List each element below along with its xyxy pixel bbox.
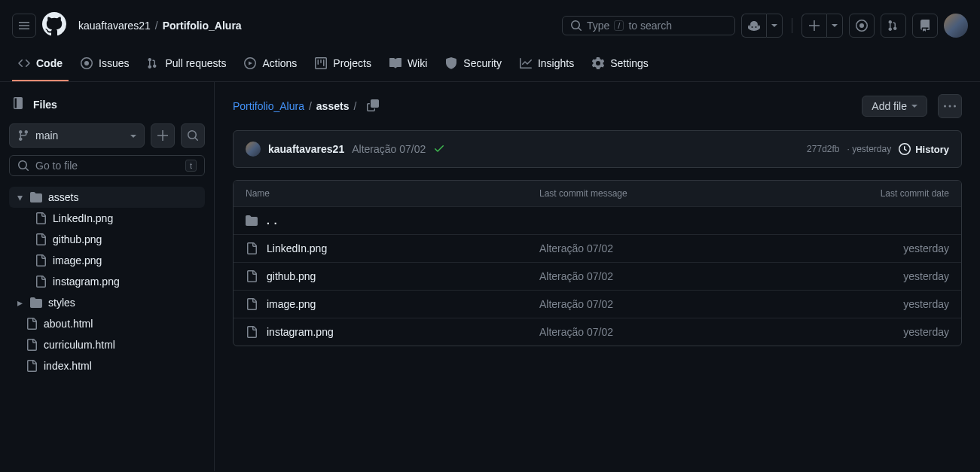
tree-folder-assets[interactable]: ▾ assets	[9, 187, 205, 208]
tree-file[interactable]: github.png	[9, 229, 205, 250]
search-key-hint: /	[614, 20, 624, 31]
table-row[interactable]: instagram.pngAlteração 07/02yesterday	[234, 318, 961, 346]
menu-button[interactable]	[12, 14, 36, 38]
tree-file[interactable]: about.html	[9, 313, 205, 334]
tab-code[interactable]: Code	[12, 51, 69, 81]
col-header-date: Last commit date	[844, 188, 949, 199]
sidebar-title: Files	[33, 99, 57, 111]
tree-file[interactable]: LinkedIn.png	[9, 208, 205, 229]
tree-file[interactable]: curriculum.html	[9, 334, 205, 355]
tab-insights[interactable]: Insights	[514, 51, 580, 81]
issues-button[interactable]	[849, 14, 875, 38]
add-button[interactable]	[801, 14, 826, 38]
copilot-dropdown[interactable]	[766, 14, 783, 38]
chevron-down-icon	[130, 129, 136, 142]
add-file-button[interactable]: Add file	[862, 96, 927, 117]
search-placeholder-prefix: Type	[587, 20, 609, 32]
col-header-message: Last commit message	[539, 188, 844, 199]
tab-settings[interactable]: Settings	[586, 51, 655, 81]
file-search-key: t	[185, 160, 197, 172]
sidebar-toggle-icon[interactable]	[12, 97, 24, 111]
notifications-button[interactable]	[912, 14, 938, 38]
parent-directory-row[interactable]: . .	[234, 207, 961, 235]
copilot-button[interactable]	[741, 14, 766, 38]
tree-file[interactable]: index.html	[9, 355, 205, 376]
breadcrumb-separator: /	[155, 20, 158, 32]
chevron-right-icon: ▸	[15, 297, 24, 309]
tab-actions[interactable]: Actions	[238, 51, 303, 81]
table-row[interactable]: image.pngAlteração 07/02yesterday	[234, 291, 961, 318]
github-logo[interactable]	[42, 12, 66, 38]
repo-link[interactable]: Portifolio_Alura	[163, 20, 242, 32]
search-input[interactable]: Type / to search	[562, 16, 735, 35]
col-header-name: Name	[246, 188, 539, 199]
check-icon	[433, 142, 445, 157]
file-search-placeholder: Go to file	[35, 160, 78, 172]
path-repo-link[interactable]: Portifolio_Alura	[233, 100, 304, 112]
user-avatar[interactable]	[944, 14, 968, 38]
copy-path-button[interactable]	[367, 99, 379, 114]
commit-author[interactable]: kauaftavares21	[268, 143, 344, 155]
search-placeholder-suffix: to search	[628, 20, 672, 32]
tab-pull-requests[interactable]: Pull requests	[141, 51, 232, 81]
tree-file[interactable]: instagram.png	[9, 271, 205, 292]
pull-requests-button[interactable]	[881, 14, 906, 38]
branch-selector[interactable]: main	[9, 123, 145, 148]
branch-name: main	[35, 129, 58, 142]
file-search-input[interactable]: Go to file t	[9, 155, 205, 176]
tree-file[interactable]: image.png	[9, 250, 205, 271]
commit-message[interactable]: Alteração 07/02	[352, 143, 426, 155]
tab-security[interactable]: Security	[439, 51, 508, 81]
more-options-button[interactable]	[938, 94, 962, 118]
commit-sha[interactable]: 277d2fb	[807, 144, 839, 154]
tree-folder-styles[interactable]: ▸ styles	[9, 292, 205, 313]
table-row[interactable]: github.pngAlteração 07/02yesterday	[234, 263, 961, 291]
add-file-sidebar-button[interactable]	[151, 123, 175, 148]
table-row[interactable]: LinkedIn.pngAlteração 07/02yesterday	[234, 235, 961, 263]
chevron-down-icon: ▾	[15, 191, 24, 203]
parent-dots: . .	[267, 215, 278, 227]
add-dropdown[interactable]	[826, 14, 843, 38]
commit-time: · yesterday	[847, 144, 892, 154]
search-sidebar-button[interactable]	[181, 123, 205, 148]
owner-link[interactable]: kauaftavares21	[78, 20, 151, 32]
path-current: assets	[316, 100, 350, 112]
commit-author-avatar[interactable]	[246, 142, 261, 157]
tab-projects[interactable]: Projects	[309, 51, 377, 81]
breadcrumb: kauaftavares21 / Portifolio_Alura	[78, 20, 242, 32]
history-link[interactable]: History	[899, 143, 949, 155]
tab-issues[interactable]: Issues	[75, 51, 135, 81]
tab-wiki[interactable]: Wiki	[383, 51, 433, 81]
